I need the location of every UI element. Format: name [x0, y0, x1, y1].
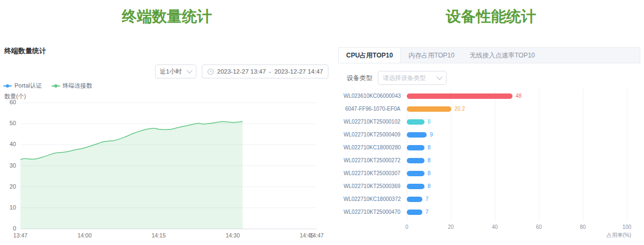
device-type-filter: 设备类型 请选择设备类型 — [347, 71, 447, 85]
y-axis-tick: 0 — [2, 225, 16, 232]
x-axis-tick: 14:47 — [310, 232, 324, 239]
legend-item[interactable]: 终端连接数 — [52, 82, 92, 90]
terminal-count-area-chart: 010203040506013:4714:0014:1514:3014:4514… — [2, 100, 331, 244]
bar-value-label: 7 — [426, 206, 429, 219]
time-range-select[interactable]: 近1小时 — [155, 64, 196, 78]
y-axis-tick: 40 — [2, 141, 16, 147]
x-axis-tick: 60 — [536, 224, 541, 230]
device-performance-panel: CPU占用TOP10内存占用TOP10无线接入点速率TOP10 设备类型 请选择… — [338, 0, 644, 245]
bar-value-label: 48 — [516, 90, 522, 103]
date-range-start: 2023-12-27 13:47 — [217, 68, 266, 75]
bar — [407, 197, 422, 202]
device-name-label: WL022710KT25000272 — [343, 154, 400, 167]
device-type-placeholder: 请选择设备类型 — [383, 74, 426, 82]
tab-cpu-top10[interactable]: CPU占用TOP10 — [339, 48, 401, 63]
legend-marker-icon — [3, 85, 12, 87]
device-name-label: 6047-FF96-1070-EF0A — [343, 103, 400, 116]
x-axis-tick: 14:30 — [225, 232, 239, 239]
terminal-stats-panel: 终端数量统计 近1小时 2023-12-27 13:47 - 2023-12-2… — [0, 0, 334, 245]
bar — [407, 210, 422, 215]
x-axis-tick: 20 — [448, 224, 453, 230]
tab-bar: CPU占用TOP10内存占用TOP10无线接入点速率TOP10 — [338, 47, 640, 63]
date-range-separator: - — [269, 68, 271, 75]
bar-row: WL022710KT250003698 — [343, 180, 639, 193]
bar-value-label: 8 — [428, 180, 431, 193]
bar — [407, 171, 425, 176]
bar — [407, 106, 451, 112]
legend-label: 终端连接数 — [63, 82, 92, 90]
chart-legend: Portal认证终端连接数 — [3, 82, 92, 90]
time-range-value: 近1小时 — [160, 68, 182, 76]
device-name-label: WL022710KT25000409 — [343, 128, 400, 141]
x-axis-tick: 40 — [492, 224, 497, 230]
device-type-select[interactable]: 请选择设备类型 — [378, 71, 447, 85]
bar-value-label: 20.2 — [455, 103, 465, 116]
bar-row: WL022710KC180002808 — [343, 141, 639, 154]
x-axis-tick: 0 — [405, 224, 408, 230]
bar — [407, 158, 425, 163]
date-range-picker[interactable]: 2023-12-27 13:47 - 2023-12-27 14:47 — [202, 64, 328, 78]
y-axis-tick: 30 — [2, 162, 16, 169]
device-name-label: WL022710KT25000307 — [343, 167, 400, 180]
bar-value-label: 8 — [428, 154, 431, 167]
bar — [407, 132, 427, 138]
device-name-label: WL022710KT25000470 — [343, 206, 400, 219]
bar-row: WL022710KT250002728 — [343, 154, 639, 167]
clock-icon — [207, 68, 214, 75]
x-axis-tick: 100 — [623, 224, 632, 230]
device-name-label: WL022710KT25000102 — [343, 116, 400, 128]
bar-row: WL022710KT250004099 — [343, 128, 639, 141]
y-axis-tick: 50 — [2, 120, 16, 126]
device-name-label: WL023610KC06000043 — [343, 90, 400, 103]
device-name-label: WL022710KC18000280 — [343, 141, 400, 154]
device-type-label: 设备类型 — [347, 74, 372, 83]
bar-row: WL023610KC0600004348 — [343, 90, 639, 103]
chevron-down-icon — [436, 74, 442, 80]
bar-value-label: 9 — [430, 128, 433, 141]
bar-value-label: 7 — [426, 193, 429, 206]
x-axis-tick: 14:00 — [77, 232, 91, 239]
dashboard: 终端数量统计 设备性能统计 终端数量统计 近1小时 2023-12-27 13:… — [0, 0, 644, 245]
bar — [407, 93, 513, 99]
bar — [407, 184, 425, 189]
y-axis-tick: 60 — [2, 99, 16, 105]
chevron-down-icon — [186, 67, 192, 73]
bar-row: WL022710KC180003727 — [343, 193, 639, 206]
x-axis-tick: 14:15 — [151, 232, 165, 239]
bar-row: WL022710KT250003078 — [343, 167, 639, 180]
area-chart-canvas — [18, 100, 327, 234]
x-axis-tick: 80 — [580, 224, 586, 230]
y-axis-tick: 10 — [2, 204, 16, 211]
panel-title: 终端数量统计 — [4, 46, 46, 56]
bar-value-label: 8 — [428, 167, 431, 180]
bar-value-label: 8 — [428, 141, 431, 154]
bar-row: WL022710KT250001028 — [343, 116, 639, 128]
y-axis-tick: 20 — [2, 183, 16, 190]
cpu-usage-bar-chart: WL023610KC06000043486047-FF96-1070-EF0A2… — [343, 89, 639, 242]
device-name-label: WL022710KT25000369 — [343, 180, 400, 193]
tab-wireless-rate-top10[interactable]: 无线接入点速率TOP10 — [462, 48, 543, 63]
bar — [407, 119, 425, 125]
bar-row: 6047-FF96-1070-EF0A20.2 — [343, 103, 639, 116]
legend-item[interactable]: Portal认证 — [3, 82, 42, 90]
legend-label: Portal认证 — [14, 82, 42, 90]
device-name-label: WL022710KC18000372 — [343, 193, 400, 206]
bar — [407, 145, 425, 150]
date-range-end: 2023-12-27 14:47 — [274, 68, 323, 75]
legend-marker-icon — [52, 85, 60, 87]
x-axis-name: 占用率(%) — [606, 232, 631, 239]
bar-value-label: 8 — [428, 116, 431, 128]
tab-memory-top10[interactable]: 内存占用TOP10 — [401, 48, 462, 63]
x-axis-tick: 13:47 — [13, 232, 27, 239]
chart-controls: 近1小时 2023-12-27 13:47 - 2023-12-27 14:47 — [155, 64, 328, 78]
bar-row: WL022710KT250004707 — [343, 206, 639, 219]
